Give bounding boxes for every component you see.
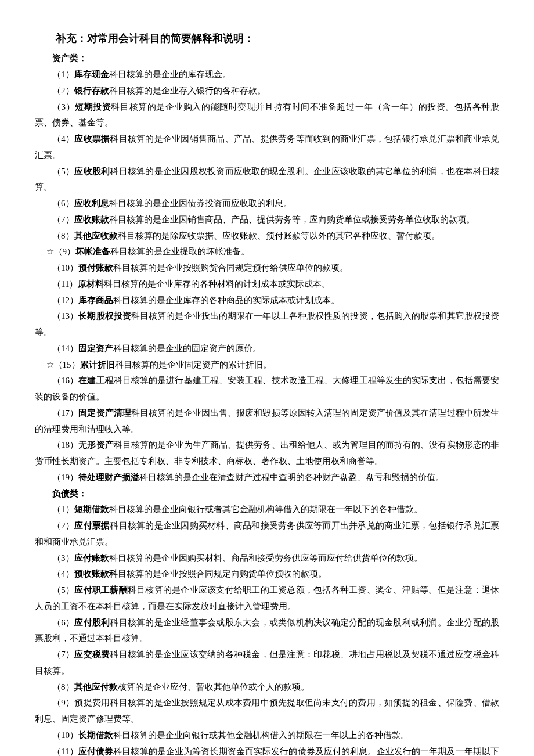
term: 应收股利: [74, 167, 110, 176]
term: 短期借款: [74, 505, 109, 514]
term: 长期股权投资: [78, 311, 131, 321]
list-item: （10）预付账款科目核算的是企业按照购货合同规定预付给供应单位的款项。: [35, 260, 499, 276]
category-heading: 资产类：: [35, 51, 499, 67]
term: 固定资产: [78, 344, 113, 353]
list-item: （7）应收账款科目核算的是企业因销售商品、产品、提供劳务等，应向购货单位或接受劳…: [35, 212, 499, 228]
list-item: （14）固定资产科目核算的是企业的固定资产的原价。: [35, 341, 499, 357]
list-item: （3）应付账款科目核算的是企业因购买材料、商品和接受劳务供应等而应付给供货单位的…: [35, 550, 499, 567]
list-item: （2）应付票据科目核算的是企业因购买材料、商品和接受劳务供应等而开出并承兑的商业…: [35, 518, 499, 550]
term: 应收利息: [74, 199, 109, 208]
list-item: （11）原材料科目核算的是企业库存的各种材料的计划成本或实际成本。: [35, 276, 499, 293]
term: 库存商品: [78, 296, 113, 305]
document-title: 补充：对常用会计科目的简要解释和说明：: [35, 29, 499, 48]
term: 应付账款: [74, 553, 109, 563]
term: 银行存款: [74, 86, 109, 95]
term: 坏帐准备: [75, 247, 110, 256]
list-item: （19）待处理财产损溢科目核算的是企业在清查财产过程中查明的各种财产盘盈、盘亏和…: [35, 470, 499, 486]
list-item: （4）预收账款科目核算的是企业按照合同规定向购货单位预收的款项。: [35, 566, 499, 582]
list-item: （2）银行存款科目核算的是企业存入银行的各种存款。: [35, 83, 499, 99]
list-item: （17）固定资产清理科目核算的是企业因出售、报废和毁损等原因转入清理的固定资产价…: [35, 405, 499, 438]
list-item: （7）应交税费科目核算的是企业应该交纳的各种税金，但是注意：印花税、耕地占用税以…: [35, 647, 499, 679]
list-item: （1）短期借款科目核算的是企业向银行或者其它金融机构等借入的期限在一年以下的各种…: [35, 502, 499, 518]
term: 无形资产: [78, 440, 113, 449]
list-item: （5）应付职工薪酬科目核算的是企业应该支付给职工的工资总额，包括各种工资、奖金、…: [35, 582, 499, 615]
term: 待处理财产损溢: [78, 473, 139, 482]
list-item: （4）应收票据科目核算的是企业因销售商品、产品、提供劳务等而收到的商业汇票，包括…: [35, 131, 499, 164]
term: 固定资产清理: [78, 408, 131, 417]
list-item: ☆（9）坏帐准备科目核算的是企业提取的坏帐准备。: [35, 244, 499, 260]
term: 其他应付款: [74, 682, 118, 692]
term: 短期投资: [75, 102, 111, 111]
term: 应付职工薪酬: [74, 585, 128, 595]
list-item: （1）库存现金科目核算的是企业的库存现金。: [35, 67, 499, 83]
term: 累计折旧: [80, 360, 115, 369]
term: 应收账款: [74, 215, 109, 224]
list-item: （8）其他应付款核算的是企业应付、暂收其他单位或个人的款项。: [35, 679, 499, 696]
term: 原材料: [78, 279, 104, 289]
list-item: ☆（15）累计折旧科目核算的是企业固定资产的累计折旧。: [35, 357, 499, 373]
list-item: （18）无形资产科目核算的是企业为生产商品、提供劳务、出租给他人、或为管理目的而…: [35, 437, 499, 470]
term: 在建工程: [78, 376, 113, 385]
list-item: （5）应收股利科目核算的是企业因股权投资而应收取的现金股利。企业应该收取的其它单…: [35, 164, 499, 196]
term: 应交税费: [74, 650, 110, 659]
term: 应付债券: [78, 747, 113, 756]
term: 应付票据: [74, 521, 110, 530]
list-item: （10）长期借款科目核算的是企业向银行或其他金融机构借入的期限在一年以上的各种借…: [35, 728, 499, 744]
term: 其他应收款: [74, 231, 118, 240]
list-item: （6）应付股利科目核算的是企业经董事会或股东大会，或类似机构决议确定分配的现金股…: [35, 615, 499, 647]
list-item: （11）应付债券科目核算的是企业为筹资长期资金而实际发行的债券及应付的利息。企业…: [35, 744, 499, 756]
term: 预收账款科: [74, 569, 118, 578]
list-item: （9）预提费用科目核算的是企业按照规定从成本费用中预先提取但尚未支付的费用，如预…: [35, 695, 499, 728]
list-item: （6）应收利息科目核算的是企业因债券投资而应收取的利息。: [35, 196, 499, 212]
category-heading: 负债类：: [35, 486, 499, 502]
list-item: （16）在建工程科目核算的是进行基建工程、安装工程、技术改造工程、大修理工程等发…: [35, 373, 499, 405]
list-item: （8）其他应收款科目核算的是除应收票据、应收账款、预付账款等以外的其它各种应收、…: [35, 228, 499, 244]
list-item: （12）库存商品科目核算的是企业库存的各种商品的实际成本或计划成本。: [35, 293, 499, 309]
term: 库存现金: [74, 70, 109, 79]
document-body: 资产类：（1）库存现金科目核算的是企业的库存现金。（2）银行存款科目核算的是企业…: [35, 51, 499, 756]
term: 应付股利: [74, 618, 110, 627]
list-item: （13）长期股权投资科目核算的是企业投出的期限在一年以上各种股权性质的投资，包括…: [35, 308, 499, 341]
term: 预付账款: [78, 263, 113, 272]
term: 应收票据: [74, 134, 110, 143]
term: 长期借款: [78, 730, 113, 740]
list-item: （3）短期投资科目核算的是企业购入的能随时变现并且持有时间不准备超过一年（含一年…: [35, 99, 499, 132]
